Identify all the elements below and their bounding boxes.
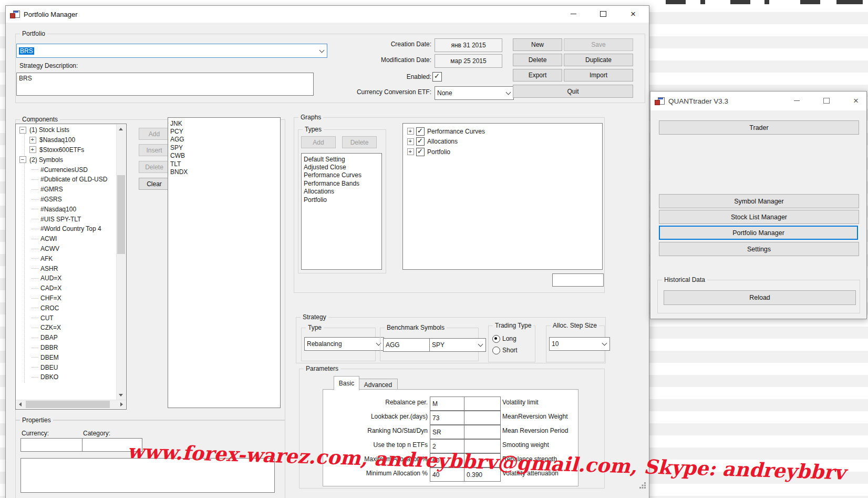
symbol-manager-button[interactable]: Symbol Manager bbox=[659, 194, 859, 208]
tree-item[interactable]: #UIS SPY-TLT bbox=[16, 214, 117, 224]
tree-item[interactable]: #GSRS bbox=[16, 195, 117, 205]
checked-checkbox[interactable] bbox=[416, 127, 425, 136]
mean-reversion-period-input[interactable] bbox=[464, 425, 501, 439]
tree-vertical-scrollbar[interactable] bbox=[116, 125, 126, 400]
minimize-button[interactable] bbox=[786, 93, 807, 109]
tree-item[interactable]: #CurrenciesUSD bbox=[16, 165, 117, 175]
tree-item[interactable]: AUD=X bbox=[16, 273, 117, 283]
tree-item[interactable]: CZK=X bbox=[16, 323, 117, 333]
components-delete-button[interactable]: Delete bbox=[139, 161, 170, 173]
list-item[interactable]: PCY bbox=[168, 127, 280, 135]
list-item[interactable]: Adjusted Close bbox=[302, 163, 381, 171]
maximize-button[interactable] bbox=[593, 6, 614, 22]
list-item[interactable]: JNK bbox=[168, 119, 280, 127]
scroll-right-icon[interactable] bbox=[120, 402, 123, 406]
tree-item[interactable]: DBBR bbox=[16, 343, 117, 353]
currency-input[interactable] bbox=[20, 438, 84, 452]
tree-item[interactable]: CROC bbox=[16, 303, 117, 313]
export-button[interactable]: Export bbox=[513, 69, 562, 82]
enabled-checkbox[interactable] bbox=[432, 72, 442, 82]
tree-item[interactable]: CHF=X bbox=[16, 293, 117, 303]
expand-icon[interactable] bbox=[407, 138, 414, 145]
alloc-step-size-combobox[interactable]: 10 bbox=[549, 337, 610, 351]
close-button[interactable] bbox=[845, 93, 866, 109]
maximize-button[interactable] bbox=[816, 93, 837, 109]
tree-item[interactable]: AFK bbox=[16, 253, 117, 263]
currency-conversion-etf-combobox[interactable]: None bbox=[435, 86, 514, 100]
stock-list-manager-button[interactable]: Stock List Manager bbox=[659, 210, 859, 224]
list-item[interactable]: Performance Bands bbox=[302, 179, 381, 187]
scroll-left-icon[interactable] bbox=[19, 402, 22, 406]
minimize-button[interactable] bbox=[563, 6, 584, 22]
tree-item[interactable]: CAD=X bbox=[16, 283, 117, 293]
benchmark-symbol2-combobox[interactable]: SPY bbox=[429, 338, 486, 352]
tree-item[interactable]: (1) Stock Lists bbox=[16, 125, 117, 135]
check-tree-item[interactable]: Allocations bbox=[403, 137, 602, 147]
tree-item[interactable]: #World Country Top 4 bbox=[16, 224, 117, 234]
resize-grip[interactable] bbox=[639, 487, 646, 493]
tree-horizontal-scrollbar[interactable] bbox=[16, 400, 126, 409]
tree-item[interactable]: $Stoxx600ETFs bbox=[16, 145, 117, 155]
components-insert-button[interactable]: Insert bbox=[139, 144, 170, 156]
checked-checkbox[interactable] bbox=[416, 137, 425, 146]
tree-hscroll-thumb[interactable] bbox=[26, 401, 110, 408]
import-button[interactable]: Import bbox=[564, 69, 633, 82]
list-item[interactable]: Default Setting bbox=[302, 155, 381, 163]
scroll-up-icon[interactable] bbox=[119, 128, 123, 130]
tree-item[interactable]: DBEU bbox=[16, 362, 117, 372]
check-tree-item[interactable]: Portfolio bbox=[403, 147, 602, 157]
tree-item[interactable]: (2) Symbols bbox=[16, 155, 117, 165]
list-item[interactable]: BNDX bbox=[168, 168, 280, 176]
tree-item[interactable]: ACWV bbox=[16, 244, 117, 254]
portfolio-name-combobox[interactable]: BRS bbox=[16, 44, 327, 58]
list-item[interactable]: Portfolio bbox=[302, 196, 381, 204]
scroll-down-icon[interactable] bbox=[119, 394, 123, 397]
trader-button[interactable]: Trader bbox=[659, 120, 859, 135]
tree-item[interactable]: #Dublicate of GLD-USD bbox=[16, 175, 117, 185]
long-radio-label[interactable]: Long bbox=[502, 335, 516, 342]
tree-item[interactable]: CUT bbox=[16, 313, 117, 323]
check-tree-item[interactable]: Performance Curves bbox=[403, 126, 602, 137]
expand-icon[interactable] bbox=[29, 146, 36, 153]
save-button[interactable]: Save bbox=[564, 38, 633, 51]
components-add-button[interactable]: Add bbox=[139, 128, 170, 140]
list-item[interactable]: AGG bbox=[168, 136, 280, 144]
expand-icon[interactable] bbox=[29, 137, 36, 144]
lookback-period-input[interactable]: 73 bbox=[430, 411, 466, 425]
meanreversion-weight-input[interactable] bbox=[464, 411, 501, 425]
graphs-value-input[interactable] bbox=[552, 273, 604, 287]
graph-types-add-button[interactable]: Add bbox=[301, 136, 336, 148]
long-radio-button[interactable] bbox=[492, 335, 500, 343]
duplicate-button[interactable]: Duplicate bbox=[564, 54, 633, 66]
strategy-description-input[interactable]: BRS bbox=[16, 73, 314, 96]
tree-vscroll-thumb[interactable] bbox=[117, 175, 125, 254]
reload-button[interactable]: Reload bbox=[664, 290, 856, 305]
components-clear-button[interactable]: Clear bbox=[139, 178, 170, 190]
collapse-icon[interactable] bbox=[19, 156, 26, 163]
graph-types-delete-button[interactable]: Delete bbox=[342, 136, 377, 148]
list-item[interactable]: Performance Curves bbox=[302, 171, 381, 179]
delete-button[interactable]: Delete bbox=[513, 54, 562, 66]
expand-icon[interactable] bbox=[407, 148, 414, 155]
volatility-limit-input[interactable] bbox=[464, 397, 501, 411]
portfolio-manager-button[interactable]: Portfolio Manager bbox=[659, 226, 858, 240]
tree-item[interactable]: $Nasdaq100 bbox=[16, 135, 117, 145]
expand-icon[interactable] bbox=[407, 128, 414, 135]
tree-item[interactable]: DBEM bbox=[16, 352, 117, 362]
new-button[interactable]: New bbox=[513, 38, 562, 51]
list-item[interactable]: Allocations bbox=[302, 188, 381, 196]
short-radio-label[interactable]: Short bbox=[502, 347, 518, 354]
quit-button[interactable]: Quit bbox=[513, 85, 633, 98]
collapse-icon[interactable] bbox=[19, 127, 26, 134]
strategy-type-combobox[interactable]: Rebalancing bbox=[304, 337, 384, 351]
tab-basic[interactable]: Basic bbox=[334, 376, 359, 390]
short-radio-button[interactable] bbox=[492, 347, 500, 354]
checked-checkbox[interactable] bbox=[416, 148, 425, 156]
tree-item[interactable]: DBKO bbox=[16, 372, 117, 382]
tree-item[interactable]: ACWI bbox=[16, 234, 117, 244]
list-item[interactable]: TLT bbox=[168, 160, 280, 168]
tree-item[interactable]: ASHR bbox=[16, 263, 117, 273]
tree-item[interactable]: #Nasdaq100 bbox=[16, 204, 117, 214]
list-item[interactable]: SPY bbox=[168, 144, 280, 151]
tree-item[interactable]: #GMRS bbox=[16, 185, 117, 195]
